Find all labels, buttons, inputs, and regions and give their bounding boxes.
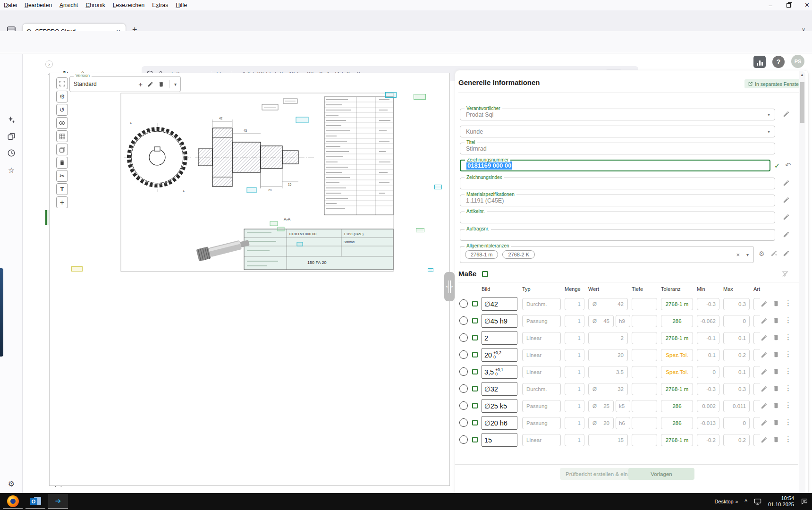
measure-tolerance-input[interactable]: Spez.Tol. <box>661 349 693 361</box>
measure-min-input[interactable]: -0.013 <box>697 417 719 429</box>
delete-measure-icon[interactable] <box>773 419 779 426</box>
measure-more-icon[interactable]: ⋮ <box>785 350 792 358</box>
rotate-icon[interactable]: ↺ <box>56 104 68 116</box>
measure-type-input[interactable]: Durchm. <box>522 383 561 395</box>
measure-max-input[interactable]: 0.3 <box>723 298 750 310</box>
measure-art-input[interactable] <box>753 349 760 361</box>
measure-art-input[interactable] <box>753 315 760 327</box>
collapse-sidebar-icon[interactable]: › <box>45 60 53 68</box>
field-zeichnungsnummer[interactable]: Zeichnungsnummer 0181169 000 00 <box>460 160 770 171</box>
scissors-icon[interactable]: ✂ <box>56 170 68 182</box>
edit-measure-icon[interactable] <box>761 351 768 358</box>
measure-art-input[interactable] <box>753 298 760 310</box>
edit-measure-icon[interactable] <box>761 419 768 426</box>
measure-quantity-input[interactable]: 1 <box>565 366 584 378</box>
notifications-icon[interactable] <box>801 498 808 505</box>
edit-measure-icon[interactable] <box>761 317 768 324</box>
taskbar-outlook-icon[interactable]: O <box>25 494 45 509</box>
measure-tolerance-input[interactable]: Spez.Tol. <box>661 366 693 378</box>
measure-tolerance-input[interactable]: 286 <box>661 400 693 412</box>
tray-expand-icon[interactable]: ^ <box>744 498 747 505</box>
field-artikelnr[interactable]: Artikelnr. <box>460 212 775 223</box>
layers-copy-icon[interactable] <box>56 144 68 155</box>
measure-quantity-input[interactable]: 1 <box>565 315 584 327</box>
measure-art-input[interactable] <box>753 332 760 344</box>
measure-checkbox[interactable] <box>472 318 478 323</box>
measure-checkbox[interactable] <box>472 335 478 340</box>
measure-checkbox[interactable] <box>472 301 478 306</box>
field-auftragsnr[interactable]: Auftragsnr. <box>460 229 775 241</box>
measure-fit-input[interactable]: h9 <box>616 315 630 327</box>
field-titel[interactable]: Titel Stirnrad <box>460 143 775 154</box>
measure-depth-input[interactable] <box>632 366 657 378</box>
measure-quantity-input[interactable]: 1 <box>565 383 584 395</box>
measure-radio[interactable] <box>459 435 468 444</box>
measure-checkbox[interactable] <box>472 386 478 391</box>
ai-chatbot-icon[interactable] <box>6 114 17 126</box>
measure-depth-input[interactable] <box>632 298 657 310</box>
tolerance-settings-gear-icon[interactable]: ⚙ <box>759 250 765 257</box>
edit-material-icon[interactable] <box>783 196 790 204</box>
measure-art-input[interactable] <box>753 434 760 446</box>
measure-more-icon[interactable]: ⋮ <box>785 435 792 443</box>
menu-extras[interactable]: Extras <box>148 2 172 8</box>
measure-min-input[interactable]: 0.1 <box>697 349 719 361</box>
delete-measure-icon[interactable] <box>773 334 779 341</box>
taskbar-clock[interactable]: 10:5401.10.2025 <box>768 495 794 508</box>
delete-measure-icon[interactable] <box>773 300 779 307</box>
menu-datei[interactable]: Datei <box>0 2 21 8</box>
measure-min-input[interactable]: -0.2 <box>697 434 719 446</box>
measure-value-input[interactable]: Ø20 <box>588 417 614 429</box>
add-tolerance-icon[interactable] <box>770 250 778 257</box>
delete-version-icon[interactable] <box>158 81 164 87</box>
visibility-eye-icon[interactable] <box>56 117 68 129</box>
version-select[interactable]: Standard <box>74 81 134 87</box>
add-tool-icon[interactable]: + <box>56 196 68 208</box>
measure-radio[interactable] <box>459 401 468 410</box>
text-tool-icon[interactable]: T <box>56 183 68 195</box>
avatar[interactable]: PS <box>791 55 804 68</box>
measure-radio[interactable] <box>459 350 468 359</box>
measure-checkbox[interactable] <box>472 420 478 425</box>
statistics-icon[interactable] <box>753 56 766 68</box>
measure-quantity-input[interactable]: 1 <box>565 417 584 429</box>
templates-button[interactable]: Vorlagen <box>628 468 694 480</box>
measure-type-input[interactable]: Linear <box>522 366 561 378</box>
measure-radio[interactable] <box>459 316 468 325</box>
panel-scrollbar[interactable]: ▲ <box>799 71 805 493</box>
measure-dimension-preview[interactable]: 2 <box>482 331 517 345</box>
measure-more-icon[interactable]: ⋮ <box>785 299 792 307</box>
measure-type-input[interactable]: Passung <box>522 417 561 429</box>
open-in-window-button[interactable]: In separates Fenster <box>744 79 804 88</box>
measure-tolerance-input[interactable]: 2768-1 m <box>661 383 693 395</box>
history-clock-icon[interactable] <box>6 147 17 159</box>
taskbar-firefox-icon[interactable] <box>3 494 23 509</box>
measure-art-input[interactable] <box>753 417 760 429</box>
masse-select-all-checkbox[interactable] <box>482 271 488 277</box>
edit-artikelnr-icon[interactable] <box>783 213 790 221</box>
measure-quantity-input[interactable]: 1 <box>565 400 584 412</box>
measure-more-icon[interactable]: ⋮ <box>785 316 792 324</box>
measure-depth-input[interactable] <box>632 417 657 429</box>
edit-tolerance-icon[interactable] <box>783 250 790 257</box>
measure-depth-input[interactable] <box>632 349 657 361</box>
measure-type-input[interactable]: Linear <box>522 349 561 361</box>
edit-measure-icon[interactable] <box>761 368 768 375</box>
measure-type-input[interactable]: Passung <box>522 400 561 412</box>
clear-icon[interactable]: × <box>736 251 740 258</box>
confirm-check-icon[interactable]: ✓ <box>774 162 780 170</box>
measure-quantity-input[interactable]: 1 <box>565 298 584 310</box>
measure-radio[interactable] <box>459 367 468 376</box>
measure-max-input[interactable]: 0.3 <box>723 383 750 395</box>
delete-measure-icon[interactable] <box>773 436 779 443</box>
measure-art-input[interactable] <box>753 366 760 378</box>
measure-depth-input[interactable] <box>632 400 657 412</box>
edit-measure-icon[interactable] <box>761 385 768 392</box>
chevron-down-icon[interactable]: ▾ <box>768 129 775 134</box>
measure-value-input[interactable]: Ø42 <box>588 298 628 310</box>
measure-dimension-preview[interactable]: 20+0,20 <box>482 348 517 362</box>
measure-fit-input[interactable]: k5 <box>616 400 630 412</box>
delete-measure-icon[interactable] <box>773 317 779 324</box>
measure-art-input[interactable] <box>753 383 760 395</box>
measure-tolerance-input[interactable]: 2768-1 m <box>661 434 693 446</box>
